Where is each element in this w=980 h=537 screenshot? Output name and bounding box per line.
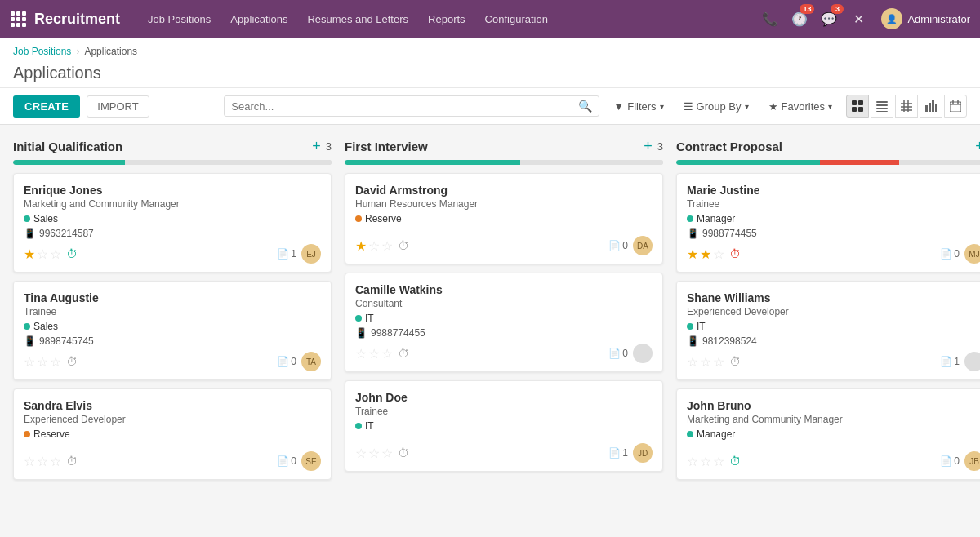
kanban-card[interactable]: Tina Augustie Trainee Sales 📱 9898745745… [13,281,332,380]
favorites-label: Favorites [782,100,825,113]
progress-green [676,160,820,165]
doc-count: 📄 1 [608,447,628,459]
grid-view-button[interactable] [895,95,918,118]
group-by-button[interactable]: ☰ Group By ▾ [678,97,755,116]
doc-count: 📄 0 [940,455,960,467]
chat-icon[interactable]: 💬 3 [817,7,840,30]
card-footer: ☆☆☆ ⏱ 📄 1 [687,352,980,371]
filter-bar: ▼ Filters ▾ ☰ Group By ▾ ★ Favorites ▾ [608,97,838,116]
search-icon: 🔍 [578,100,592,113]
card-footer: ☆☆☆ ⏱ 📄 0 SE [24,451,321,471]
doc-icon: 📄 [277,356,289,367]
phone-icon[interactable]: 📞 [759,7,782,30]
kanban-card[interactable]: John Doe Trainee IT ☆☆☆ ⏱ 📄 1 [345,380,663,472]
activity-icon[interactable]: 🕐 13 [788,7,811,30]
doc-icon: 📄 [940,455,952,467]
progress-green [13,160,125,165]
filters-button[interactable]: ▼ Filters ▾ [608,97,669,116]
tag-dot [24,431,30,437]
create-button[interactable]: CREATE [13,95,80,118]
nav-resumes[interactable]: Resumes and Letters [299,10,416,29]
col-add-button[interactable]: + [975,138,980,155]
doc-number: 1 [622,447,628,459]
doc-icon: 📄 [277,248,289,260]
doc-count: 📄 1 [277,248,296,260]
kanban-card[interactable]: Enrique Jones Marketing and Community Ma… [13,173,332,273]
favorites-icon: ★ [768,100,778,113]
card-name: David Armstrong [355,184,653,197]
kanban-view-button[interactable] [846,95,869,118]
actions-bar: CREATE IMPORT 🔍 ▼ Filters ▾ ☰ Grou [0,88,980,125]
grid-menu-icon[interactable] [10,11,26,27]
filters-label: Filters [627,100,656,113]
doc-icon: 📄 [608,447,621,459]
nav-applications[interactable]: Applications [222,10,296,29]
svg-rect-25 [935,104,937,112]
card-phone: 📱 9898745745 [24,335,321,347]
card-footer: ★★☆ ⏱ 📄 0 MJ [687,244,980,264]
star-1: ☆ [355,446,367,461]
card-phone: 📱 9812398524 [687,335,980,347]
card-tag: Sales [24,321,321,332]
calendar-view-button[interactable] [944,95,967,118]
svg-rect-26 [950,102,961,112]
clock-icon: ⏱ [729,355,741,368]
tag-label: Manager [697,213,735,224]
card-role: Trainee [24,306,321,317]
card-avatar: DA [633,236,653,255]
tag-label: IT [365,420,374,432]
star-1: ☆ [24,454,35,469]
clock-icon: ⏱ [398,446,409,459]
filters-chevron: ▾ [660,102,664,111]
chart-view-button[interactable] [920,95,942,118]
kanban-col-initial-qualification: Initial Qualification + 3 Enrique Jones … [13,138,332,518]
user-menu[interactable]: 👤 Administrator [881,8,970,29]
kanban-card[interactable]: David Armstrong Human Resources Manager … [345,173,663,264]
kanban-card[interactable]: Sandra Elvis Experienced Developer Reser… [13,388,332,480]
tag-label: IT [697,321,706,332]
search-input[interactable] [231,100,578,113]
card-stars: ☆☆☆ ⏱ [687,454,741,469]
card-right: 📄 1 EJ [277,244,321,264]
kanban-col-first-interview: First Interview + 3 David Armstrong Huma… [345,138,663,518]
doc-number: 0 [291,455,296,467]
nav-job-positions[interactable]: Job Positions [140,10,219,29]
doc-icon: 📄 [940,356,952,367]
star-2: ☆ [37,354,48,370]
phone-number: 9898745745 [39,335,94,347]
nav-configuration[interactable]: Configuration [477,10,556,29]
col-add-button[interactable]: + [312,138,321,155]
list-view-button[interactable] [871,95,893,118]
card-tag: Manager [687,428,980,440]
clock-icon: ⏱ [398,347,409,360]
svg-rect-3 [11,17,15,21]
card-avatar-empty [633,344,653,363]
doc-number: 1 [291,248,296,260]
card-stars: ☆☆☆ ⏱ [24,454,78,469]
kanban-card[interactable]: Camille Watkins Consultant IT 📱 99887744… [345,273,663,372]
svg-rect-16 [876,111,888,112]
kanban-col-contract-proposal: Contract Proposal + 3 Marie Justine Trai… [676,138,980,518]
svg-rect-9 [852,100,857,105]
user-name: Administrator [907,13,970,25]
kanban-card[interactable]: Marie Justine Trainee Manager 📱 99887744… [676,173,980,273]
import-button[interactable]: IMPORT [87,95,149,118]
kanban-card[interactable]: John Bruno Marketing and Community Manag… [676,388,980,480]
phone-number: 9988774455 [702,228,757,239]
card-role: Trainee [687,198,980,210]
nav-reports[interactable]: Reports [420,10,474,29]
breadcrumb-parent[interactable]: Job Positions [13,46,71,57]
view-switcher [846,95,967,118]
favorites-button[interactable]: ★ Favorites ▾ [763,97,838,116]
toolbar-left: CREATE IMPORT [13,95,149,118]
col-add-button[interactable]: + [644,138,653,155]
col-header: First Interview + 3 [345,138,663,155]
card-avatar: TA [301,352,321,371]
kanban-card[interactable]: Shane Williams Experienced Developer IT … [676,281,980,380]
card-role: Marketing and Community Manager [24,198,321,210]
app-container: Recruitment Job Positions Applications R… [0,0,980,537]
phone-icon: 📱 [24,335,36,347]
settings-icon[interactable]: ✕ [847,7,870,30]
phone-icon: 📱 [24,228,36,239]
card-role: Experienced Developer [24,414,321,425]
